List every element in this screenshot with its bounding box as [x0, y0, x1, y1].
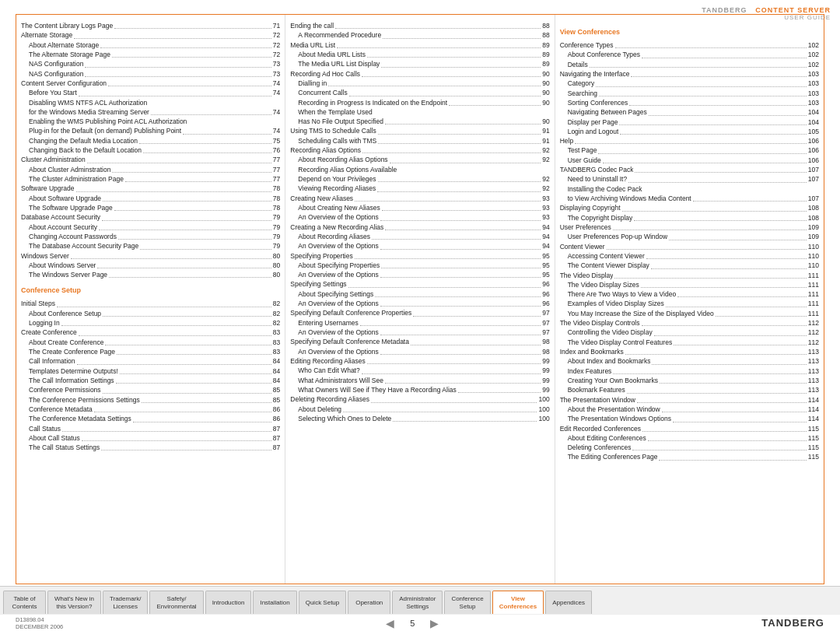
toc-entry: Specifying Settings96: [290, 279, 549, 289]
toc-entry: Specifying Properties95: [290, 251, 549, 261]
toc-entry: Display per Page104: [560, 117, 819, 127]
toc-title: About Conference Types: [560, 50, 640, 59]
toc-entry: About Alternate Storage72: [21, 40, 280, 50]
tab-quick-setup[interactable]: Quick Setup: [299, 591, 347, 614]
toc-entry: About Specifying Settings96: [290, 289, 549, 299]
toc-page: 108: [808, 213, 819, 223]
toc-title: NAS Configuration: [21, 59, 83, 68]
toc-page: 87: [273, 424, 280, 433]
tab-view-conferences[interactable]: View Conferences: [492, 591, 544, 614]
tab-appendices[interactable]: Appendices: [545, 591, 592, 614]
col3-section-heading: View Conferences: [560, 27, 819, 37]
tab-whats-new-in-this-version[interactable]: What's New in this Version?: [47, 591, 101, 614]
footer-nav-area: ◀ 5 ▶: [386, 617, 439, 629]
toc-dots: [642, 50, 807, 58]
tab-installation[interactable]: Installation: [253, 591, 296, 614]
toc-title: NAS Configuration: [21, 69, 83, 79]
toc-page: 88: [542, 30, 549, 40]
toc-entry: Selecting Which Ones to Delete100: [290, 414, 549, 423]
toc-entry: User Preferences109: [560, 223, 819, 232]
toc-entry: About the Presentation Window114: [560, 405, 819, 414]
toc-title: for the Windows Media Streaming Server: [21, 107, 149, 117]
logo-text: TANDBERG: [761, 617, 824, 629]
toc-title: Sorting Conferences: [560, 98, 628, 107]
next-page-button[interactable]: ▶: [430, 617, 439, 629]
toc-title: Bookmark Features: [560, 385, 625, 394]
tab-operation[interactable]: Operation: [348, 591, 390, 614]
toc-title: TANDBERG Codec Pack: [560, 165, 634, 174]
toc-dots: [666, 299, 807, 307]
tandberg-brand: TANDBERG: [702, 6, 747, 14]
toc-page: 79: [273, 232, 280, 241]
toc-entry: Plug-in for the Default (on demand) Publ…: [21, 126, 280, 135]
toc-page: 74: [273, 107, 280, 117]
toc-dots: [116, 376, 271, 384]
toc-dots: [362, 145, 541, 153]
toc-title: Changing Account Passwords: [21, 232, 117, 241]
toc-dots: [335, 21, 541, 29]
tab-table-of-contents[interactable]: Table of Contents: [3, 591, 46, 614]
toc-entry: Accessing Content Viewer110: [560, 251, 819, 261]
toc-title: About Specifying Properties: [290, 261, 380, 270]
prev-page-button[interactable]: ◀: [386, 617, 394, 629]
toc-entry: Recording Alias Options92: [290, 145, 549, 155]
toc-page: 112: [808, 318, 819, 328]
toc-dots: [380, 241, 541, 249]
tab-introduction[interactable]: Introduction: [205, 591, 252, 614]
toc-dots: [590, 60, 807, 68]
toc-entry: What Owners Will See if They Have a Reco…: [290, 385, 549, 394]
toc-title: Index Features: [560, 366, 612, 376]
toc-entry: The Cluster Administration Page77: [21, 174, 280, 184]
toc-title: About Windows Server: [21, 261, 96, 270]
toc-dots: [71, 251, 271, 259]
toc-entry: About Specifying Properties95: [290, 261, 549, 270]
toc-page: 82: [273, 299, 280, 308]
toc-dots: [646, 251, 807, 259]
toc-dots: [380, 328, 541, 335]
toc-dots: [62, 424, 271, 432]
toc-entry: About Conference Setup82: [21, 309, 280, 318]
toc-dots: [85, 59, 271, 67]
toc-dots: [575, 136, 807, 144]
toc-title: Software Upgrade: [21, 184, 75, 193]
toc-dots: [642, 318, 807, 326]
tab-trademark-licenses[interactable]: Trademark/ Licenses: [103, 591, 149, 614]
toc-dots: [596, 79, 807, 86]
doc-date: DECEMBER 2006: [16, 623, 63, 630]
toc-entry: Ending the call88: [290, 21, 549, 30]
toc-title: The Conference Metadata Settings: [21, 414, 131, 423]
tab-administrator-settings[interactable]: Administrator Settings: [392, 591, 443, 614]
toc-page: 83: [273, 338, 280, 347]
tab-safety-environmental[interactable]: Safety/ Environmental: [149, 591, 203, 614]
toc-page: 74: [273, 79, 280, 88]
toc-entry: About Recording Alias Options92: [290, 155, 549, 164]
product-name: CONTENT SERVER: [755, 6, 831, 14]
toc-dots: [385, 117, 541, 124]
toc-page: 73: [273, 59, 280, 68]
toc-title: Index and Bookmarks: [560, 347, 624, 356]
toc-title: Navigating the Interface: [560, 69, 630, 79]
toc-page: 113: [808, 356, 819, 366]
toc-title: About the Presentation Window: [560, 405, 660, 414]
toc-dots: [87, 155, 271, 163]
toc-page: 97: [542, 308, 549, 317]
toc-dots: [674, 338, 807, 345]
toc-dots: [362, 366, 541, 373]
toc-page: 79: [273, 241, 280, 251]
page-number: 5: [410, 619, 415, 628]
toc-page: 83: [273, 347, 280, 356]
toc-dots: [380, 299, 541, 307]
toc-page: 100: [538, 405, 549, 414]
toc-entry: Creating New Aliases93: [290, 194, 549, 203]
toc-title: The Content Viewer Display: [560, 261, 649, 270]
toc-dots: [97, 261, 271, 268]
toc-dots: [660, 376, 807, 384]
toc-dots: [343, 405, 537, 412]
toc-title: What Owners Will See if They Have a Reco…: [290, 385, 456, 394]
toc-entry: Searching103: [560, 89, 819, 98]
tab-conference-setup[interactable]: Conference Setup: [444, 591, 490, 614]
toc-page: 78: [273, 203, 280, 212]
toc-title: Cluster Administration: [21, 155, 86, 164]
toc-title: The Video Display: [560, 271, 614, 280]
toc-entry: About Editing Conferences115: [560, 433, 819, 443]
